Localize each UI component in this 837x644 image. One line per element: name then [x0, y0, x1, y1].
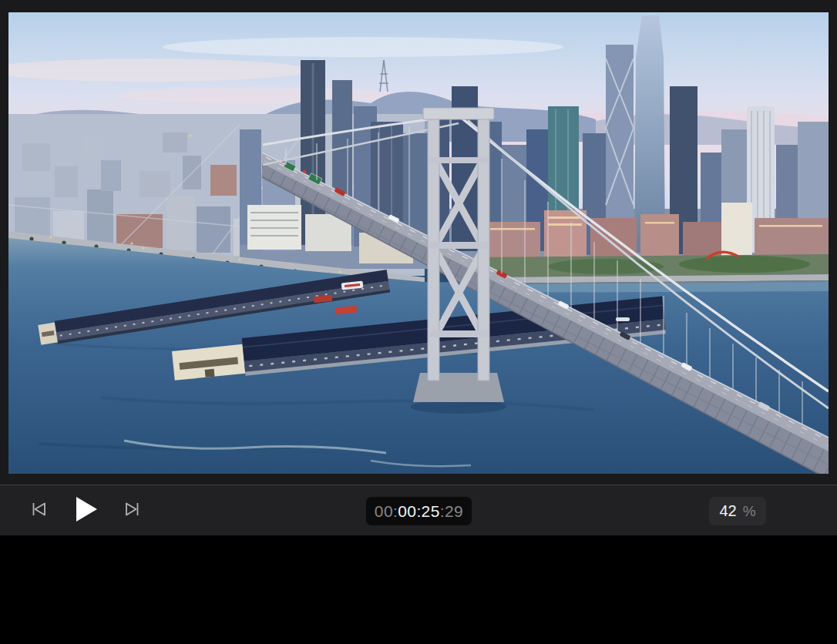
next-frame-button[interactable]: [118, 485, 146, 535]
skip-to-previous-frame-icon: [31, 501, 48, 519]
bay-bridge-scene: [8, 12, 829, 474]
zoom-level-field[interactable]: 42 %: [709, 497, 766, 525]
previous-frame-button[interactable]: [25, 485, 53, 535]
rincon-park: [479, 252, 829, 287]
timecode-display[interactable]: 00:00:25:29: [366, 497, 472, 525]
timecode-minutes-seconds: 00:25: [398, 502, 440, 521]
zoom-percent-sign: %: [743, 503, 756, 520]
video-frame: [8, 12, 829, 474]
footer-background: [0, 535, 837, 644]
viewer-window: 00:00:25:29 42 %: [0, 0, 837, 644]
zoom-value: 42: [719, 502, 736, 520]
viewer-pane: [0, 0, 837, 485]
timecode-hours: 00:: [375, 502, 398, 521]
play-icon: [76, 497, 97, 524]
transport-bar: 00:00:25:29 42 %: [0, 485, 837, 535]
timecode-frames: :29: [440, 502, 463, 521]
play-button[interactable]: [71, 485, 102, 535]
skip-to-next-frame-icon: [123, 501, 140, 519]
